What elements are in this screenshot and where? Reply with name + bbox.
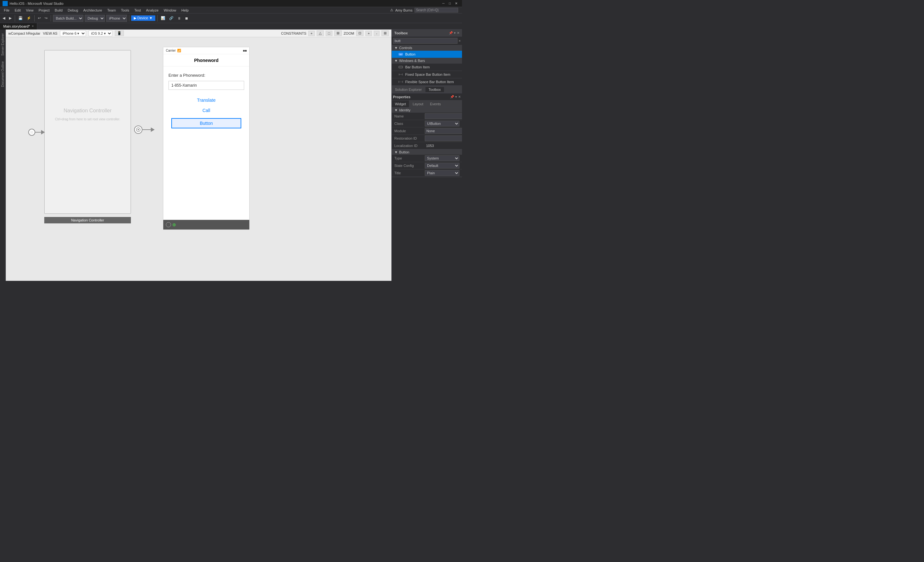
zoom-full-btn[interactable]: ⊞ [381, 30, 389, 36]
state-config-select[interactable]: Default [425, 163, 459, 168]
zoom-in-btn[interactable]: + [365, 31, 372, 36]
toolbox-item-button[interactable]: btn Button [392, 51, 462, 58]
sidebar-server-explorer[interactable]: Server Explorer [0, 31, 5, 58]
constraints-btn-3[interactable]: □ [326, 31, 332, 36]
windows-bars-section-header[interactable]: ▼ Windows & Bars [392, 58, 462, 63]
properties-pin-btn[interactable]: 📌 [450, 95, 454, 99]
sidebar-document-outline[interactable]: Document Outline [0, 59, 5, 90]
toolbox-item-fixed-space[interactable]: Fixed Space Bar Button Item [392, 71, 462, 78]
tab-widget[interactable]: Widget [392, 101, 410, 107]
tab-events[interactable]: Events [427, 101, 444, 107]
zoom-fit-btn[interactable]: ⊡ [356, 30, 363, 36]
toolbox-search-input[interactable] [393, 38, 458, 44]
menu-debug[interactable]: Debug [65, 8, 81, 13]
maximize-button[interactable]: □ [447, 1, 453, 6]
ios-version-select[interactable]: iOS 9.2 ▾ [88, 30, 112, 36]
constraints-btn-4[interactable]: ⊞ [334, 30, 342, 36]
constraints-btn-1[interactable]: + [308, 31, 315, 36]
user-name: Amy Burns [395, 8, 412, 12]
minimize-button[interactable]: ─ [440, 1, 447, 6]
controls-section-header[interactable]: ▼ Controls [392, 45, 462, 51]
nav-controller-title: Navigation Controller [44, 108, 131, 114]
toolbar-performance[interactable]: 📊 [159, 15, 166, 21]
menu-help[interactable]: Help [179, 8, 191, 13]
properties-close-btn[interactable]: ✕ [458, 95, 461, 99]
menu-analyze[interactable]: Analyze [143, 8, 161, 13]
tab-layout[interactable]: Layout [410, 101, 427, 107]
properties-title: Properties [393, 95, 449, 99]
toolbar-redo[interactable]: ↪ [44, 15, 49, 21]
batch-build-dropdown[interactable]: Batch Build... [53, 15, 83, 22]
constraints-btn-2[interactable]: △ [316, 30, 324, 36]
restoration-input[interactable] [425, 135, 462, 141]
toolbar-pause[interactable]: ⏸ [176, 16, 182, 21]
menu-view[interactable]: View [23, 8, 36, 13]
menu-architecture[interactable]: Architecture [81, 8, 105, 13]
name-input[interactable] [425, 113, 462, 119]
identity-section-header[interactable]: ▼ Identity [392, 108, 462, 113]
toolbox-dropdown-btn[interactable]: ▾ [454, 31, 456, 35]
toolbar-forward[interactable]: ▶ [8, 15, 13, 21]
toolbox-item-bar-button[interactable]: Bar Button Item [392, 63, 462, 71]
battery-icon: ■■ [243, 49, 247, 52]
iphone-scene: Carrier 📶 ■■ Phoneword Enter a Phoneword… [163, 47, 250, 239]
button-collapse-icon: ▼ [394, 150, 398, 154]
iphone-dropdown[interactable]: iPhone [106, 15, 127, 22]
type-select[interactable]: System [425, 155, 459, 161]
solution-explorer-tab[interactable]: Solution Explorer [392, 87, 425, 92]
toolbar-sep-4 [129, 15, 129, 21]
toolbar-back[interactable]: ◀ [1, 15, 6, 21]
selected-button[interactable]: Button [171, 118, 241, 128]
toolbox-tab[interactable]: Toolbox [425, 87, 444, 92]
properties-dropdown-btn[interactable]: ▾ [455, 95, 457, 99]
module-input[interactable] [425, 128, 462, 134]
toolbar-save[interactable]: 💾 [17, 15, 24, 21]
toolbar-sep-1 [15, 15, 15, 21]
debug-config-dropdown[interactable]: Debug [85, 15, 105, 22]
toolbar-stop[interactable]: ⏹ [183, 16, 190, 21]
toolbox-item-flexible-space[interactable]: Flexible Space Bar Button Item [392, 78, 462, 86]
iphone6-select[interactable]: iPhone 6 ▾ [60, 30, 86, 36]
phone-bottom-bar: ⊕ [163, 220, 249, 230]
state-config-label: State Config [394, 164, 425, 168]
menu-project[interactable]: Project [36, 8, 52, 13]
entry-icon: ⊞ [28, 129, 35, 136]
zoom-out-btn[interactable]: - [374, 31, 380, 36]
view-as-label: VIEW AS [43, 32, 57, 35]
menu-build[interactable]: Build [52, 8, 65, 13]
toolbar-attach[interactable]: 🔗 [168, 15, 175, 21]
storyboard-canvas[interactable]: Navigation Controller Ctrl+drag from her… [6, 37, 392, 281]
toolbar-save-all[interactable]: ⚡ [26, 15, 32, 21]
class-select[interactable]: UIButton [425, 121, 459, 126]
close-button[interactable]: ✕ [453, 1, 459, 6]
translate-button[interactable]: Translate [168, 95, 244, 105]
toolbar-undo[interactable]: ↩ [37, 15, 42, 21]
title-select[interactable]: Plain [425, 170, 459, 176]
play-button[interactable]: ▶ Device ▼ [131, 15, 155, 21]
tab-close-btn[interactable]: × [32, 24, 34, 28]
left-sidebar: Server Explorer Document Outline [0, 30, 6, 281]
nav-controller-subtitle: Ctrl+drag from here to set root view con… [44, 117, 131, 121]
restoration-row: Restoration ID [392, 135, 462, 142]
toolbox-close-btn[interactable]: ✕ [457, 31, 459, 35]
menu-tools[interactable]: Tools [118, 8, 132, 13]
title-label: Title [394, 171, 425, 175]
search-box[interactable]: Search (Ctrl+Q) [414, 8, 458, 12]
menu-window[interactable]: Window [161, 8, 179, 13]
button-section-header[interactable]: ▼ Button [392, 150, 462, 155]
search-clear-btn[interactable]: × [459, 39, 461, 43]
name-row: Name [392, 113, 462, 120]
zoom-label: ZOOM [344, 32, 354, 35]
phone-nav-bar: Phoneword [163, 54, 249, 66]
menu-file[interactable]: File [1, 8, 12, 13]
menu-team[interactable]: Team [105, 8, 118, 13]
menu-test[interactable]: Test [132, 8, 143, 13]
storyboard-tab[interactable]: Main.storyboard* × [0, 23, 37, 30]
class-label: Class [394, 122, 425, 126]
toolbox-pin-btn[interactable]: 📌 [449, 31, 453, 35]
device-icon-btn[interactable]: 📱 [115, 30, 124, 36]
svg-marker-0 [3, 2, 7, 5]
call-button[interactable]: Call [168, 105, 244, 116]
phoneword-input[interactable] [168, 81, 244, 90]
menu-edit[interactable]: Edit [12, 8, 23, 13]
